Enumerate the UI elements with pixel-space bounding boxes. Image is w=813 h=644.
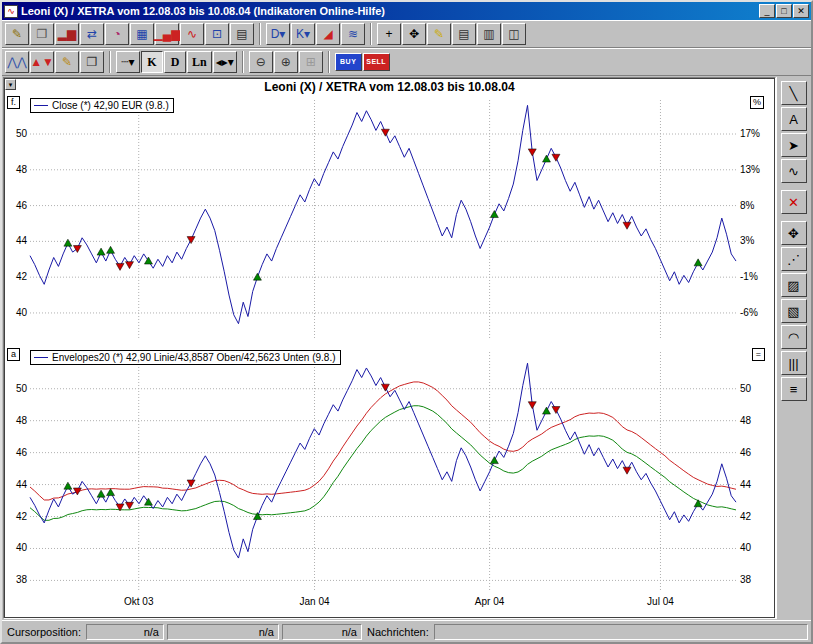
arrow-tool-icon[interactable]: ➤ (781, 133, 807, 157)
trendline-tool-icon: ╲ (790, 86, 798, 101)
main-area: ▾ Leoni (X) / XETRA vom 12.08.03 bis 10.… (2, 76, 811, 620)
arc-tool-icon[interactable]: ◠ (781, 325, 807, 349)
status-bar: Cursorposition: n/a n/a n/a Nachrichten: (2, 620, 811, 642)
kurs-button[interactable]: K (141, 51, 163, 73)
trendline-tool-icon[interactable]: ╲ (781, 81, 807, 105)
shade-tool-icon[interactable]: ▧ (781, 299, 807, 323)
drawing-toolbar: ╲A➤∿✕✥⋰▨▧◠|||≡ (776, 77, 810, 619)
hatch-tool-icon[interactable]: ▨ (781, 273, 807, 297)
toolbar-separator (370, 23, 372, 45)
daily-period-dropdown[interactable]: D▾ (266, 23, 290, 45)
zoom-reset-icon[interactable]: ⊞ (299, 51, 323, 73)
toolbar-separator (242, 51, 244, 73)
line-chart-icon[interactable]: ∿ (180, 23, 204, 45)
properties-icon[interactable]: ❐ (80, 51, 104, 73)
toolbar-separator (328, 51, 330, 73)
draw-icon[interactable]: ✎ (55, 51, 79, 73)
svg-text:-6%: -6% (740, 307, 758, 318)
mini-chart-icon[interactable]: ⋀⋀ (5, 51, 29, 73)
maximize-button[interactable]: □ (776, 4, 792, 18)
svg-text:50: 50 (16, 128, 28, 139)
zoom-in-icon: ⊕ (281, 56, 291, 68)
minimize-button[interactable]: _ (759, 4, 775, 18)
app-window: ∿ Leoni (X) / XETRA vom 12.08.03 bis 10.… (0, 0, 813, 644)
pen-tool-icon[interactable]: ✎ (427, 23, 451, 45)
levels-tool-icon: ≡ (790, 382, 798, 397)
report-icon[interactable]: ▤ (452, 23, 476, 45)
histogram-icon[interactable]: ▁▄▆ (155, 23, 179, 45)
svg-text:40: 40 (16, 542, 28, 553)
quote-list-icon: ▥ (483, 28, 494, 40)
svg-text:50: 50 (740, 383, 752, 394)
quote-list-icon[interactable]: ▥ (477, 23, 501, 45)
cursor-date-field: n/a (167, 624, 279, 640)
depot-button[interactable]: D (164, 51, 186, 73)
price-chart-legend[interactable]: Close (*) 42,90 EUR (9.8.) (30, 98, 174, 113)
crosshair-icon[interactable]: + (377, 23, 401, 45)
compare-chart-icon: ≋ (348, 28, 358, 40)
delete-tool-icon[interactable]: ✕ (781, 190, 807, 214)
line-style-dropdown[interactable]: ┈▾ (116, 51, 140, 73)
buy-sell-signals-icon[interactable]: ▲▼ (30, 51, 54, 73)
zoom-reset-icon: ⊞ (306, 56, 316, 68)
printer-icon[interactable]: ▤ (230, 23, 254, 45)
table-icon[interactable]: ▦ (130, 23, 154, 45)
copy-page-icon[interactable]: ❐ (30, 23, 54, 45)
weekly-period-dropdown[interactable]: K▾ (291, 23, 315, 45)
mini-bars-icon[interactable]: ▂▆ (55, 23, 79, 45)
swap-panels-icon[interactable]: ⇄ (80, 23, 104, 45)
svg-text:38: 38 (740, 574, 752, 585)
envelope-chart-legend[interactable]: Envelopes20 (*) 42,90 Linie/43,8587 Oben… (30, 350, 341, 365)
svg-text:48: 48 (16, 415, 28, 426)
monitor-chart-icon[interactable]: ⊡ (205, 23, 229, 45)
line-style-dropdown: ┈▾ (121, 56, 134, 68)
svg-text:Jul 04: Jul 04 (647, 596, 674, 607)
curve-tool-icon: ∿ (788, 164, 799, 179)
chart-toolbar: ⋀⋀▲▼✎❐┈▾KDLn◂▸▾⊖⊕⊞BUYSELL (2, 48, 811, 76)
svg-text:46: 46 (740, 447, 752, 458)
close-button[interactable]: ✕ (793, 4, 809, 18)
hatch-tool-icon: ▨ (787, 278, 799, 293)
messages-label: Nachrichten: (365, 625, 431, 639)
monitor-chart-icon: ⊡ (212, 28, 222, 40)
fibo-fan-tool-icon[interactable]: ⋰ (781, 247, 807, 271)
bars-tool-icon[interactable]: ||| (781, 351, 807, 375)
buy-sell-signals-icon: ▲▼ (30, 56, 54, 68)
chart-panel: ▾ Leoni (X) / XETRA vom 12.08.03 bis 10.… (3, 77, 776, 619)
close-line-sample (34, 105, 48, 106)
signal-chart-icon[interactable]: ◢ (316, 23, 340, 45)
curve-tool-icon[interactable]: ∿ (781, 159, 807, 183)
sell-button[interactable]: SELL (363, 53, 390, 71)
text-tool-icon[interactable]: A (781, 107, 807, 131)
move-tool-icon[interactable]: ✥ (402, 23, 426, 45)
move-tool-icon: ✥ (409, 28, 419, 40)
cursor-value-field: n/a (282, 624, 362, 640)
gann-fan-tool-icon[interactable]: ✥ (781, 221, 807, 245)
svg-text:42: 42 (16, 271, 28, 282)
arrow-tool-icon: ➤ (788, 138, 799, 153)
svg-text:40: 40 (16, 307, 28, 318)
arc-tool-icon: ◠ (788, 330, 799, 345)
window-title: Leoni (X) / XETRA vom 12.08.03 bis 10.08… (21, 5, 758, 17)
weekly-period-dropdown: K▾ (296, 28, 310, 40)
edit-chart-icon[interactable]: ✎ (5, 23, 29, 45)
svg-text:48: 48 (740, 415, 752, 426)
scroll-dropdown[interactable]: ◂▸▾ (213, 51, 237, 73)
table-icon: ▦ (136, 28, 147, 40)
price-chart[interactable]: 5017%4813%468%443%42-1%40-6% (6, 94, 768, 344)
app-icon: ∿ (4, 5, 18, 18)
svg-text:48: 48 (16, 164, 28, 175)
ln-scale-button[interactable]: Ln (187, 51, 212, 73)
envelope-indicator-chart[interactable]: 5050484846464444424240403838Okt 03Jan 04… (6, 346, 768, 610)
zoom-out-icon[interactable]: ⊖ (249, 51, 273, 73)
layout-icon[interactable]: ◫ (502, 23, 526, 45)
fibo-fan-tool-icon: ⋰ (787, 252, 800, 267)
draw-icon: ✎ (62, 56, 72, 68)
pie-chart-icon[interactable]: ◔ (105, 23, 129, 45)
compare-chart-icon[interactable]: ≋ (341, 23, 365, 45)
svg-text:17%: 17% (740, 128, 760, 139)
zoom-in-icon[interactable]: ⊕ (274, 51, 298, 73)
pen-tool-icon: ✎ (434, 28, 444, 40)
buy-button[interactable]: BUY (335, 53, 362, 71)
levels-tool-icon[interactable]: ≡ (781, 377, 807, 401)
